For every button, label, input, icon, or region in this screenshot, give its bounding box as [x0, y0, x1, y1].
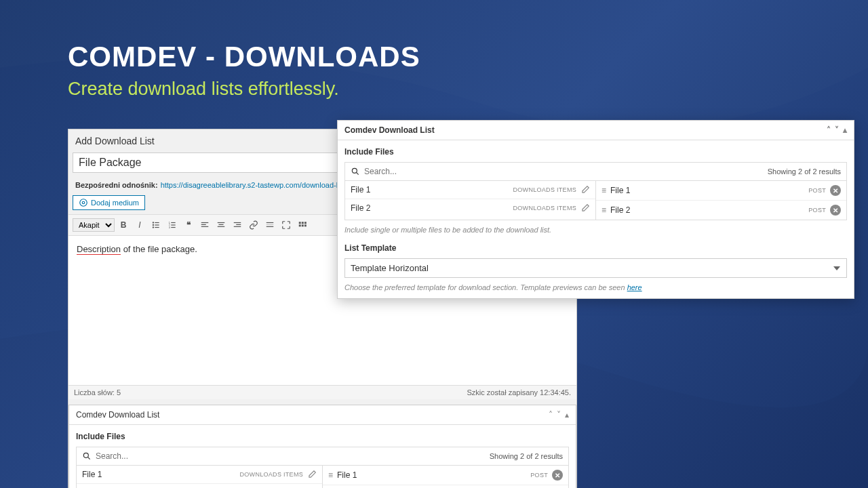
svg-rect-16 — [201, 226, 209, 227]
pencil-icon[interactable] — [307, 470, 317, 479]
svg-rect-29 — [299, 224, 301, 226]
svg-rect-25 — [267, 226, 274, 227]
template-preview-link[interactable]: here — [627, 283, 642, 291]
pencil-icon[interactable] — [580, 185, 590, 195]
fullscreen-button[interactable] — [279, 218, 294, 232]
add-media-button[interactable]: Dodaj medium — [73, 195, 145, 210]
align-right-button[interactable] — [230, 218, 245, 232]
align-left-icon — [200, 220, 210, 230]
list-template-label: List Template — [344, 243, 847, 253]
file-name: File 1 — [82, 470, 102, 479]
metabox-overlay: Comdev Download List ˄ ˅ ▴ Include Files… — [337, 120, 854, 299]
file-name: File 2 — [610, 205, 630, 215]
svg-rect-28 — [304, 222, 307, 224]
available-file-row[interactable]: File 1 DOWNLOADS ITEMS — [77, 466, 322, 484]
bold-button[interactable]: B — [116, 218, 131, 232]
search-icon — [351, 167, 360, 176]
svg-point-32 — [83, 453, 88, 458]
file-name: File 1 — [337, 470, 357, 480]
align-left-button[interactable] — [197, 218, 212, 232]
available-file-row[interactable]: File 1 DOWNLOADS ITEMS — [345, 181, 595, 199]
remove-icon[interactable]: ✕ — [830, 205, 841, 216]
remove-icon[interactable]: ✕ — [552, 470, 563, 481]
search-input[interactable] — [96, 451, 490, 461]
svg-rect-17 — [218, 222, 225, 223]
svg-rect-24 — [267, 224, 274, 225]
selected-file-row[interactable]: ≡File 1 POST✕ — [596, 181, 846, 201]
pencil-icon[interactable] — [580, 203, 590, 213]
remove-icon[interactable]: ✕ — [830, 185, 841, 196]
editor-text-underlined: Description — [77, 244, 121, 255]
drag-icon[interactable]: ≡ — [328, 470, 333, 480]
svg-rect-21 — [236, 224, 241, 225]
link-button[interactable] — [246, 218, 261, 232]
drag-icon[interactable]: ≡ — [601, 186, 606, 195]
available-file-row[interactable]: File 2 DOWNLOADS ITEMS — [345, 199, 595, 217]
numbered-list-button[interactable]: 123 — [165, 218, 180, 232]
drag-icon[interactable]: ≡ — [601, 205, 606, 215]
bullet-list-button[interactable] — [149, 218, 163, 232]
svg-point-34 — [352, 168, 357, 173]
include-files-label: Include Files — [344, 147, 847, 157]
chevron-up-icon[interactable]: ˄ — [549, 410, 553, 420]
selected-file-row[interactable]: ≡File 1 POST✕ — [323, 466, 568, 485]
svg-rect-22 — [234, 226, 241, 227]
include-hint: Include single or multiple files to be a… — [344, 226, 847, 234]
chevron-down-icon[interactable]: ˅ — [557, 410, 561, 420]
svg-point-2 — [153, 222, 154, 223]
fullscreen-icon — [281, 220, 291, 230]
svg-line-35 — [356, 172, 358, 174]
available-file-row[interactable]: File 2 DOWNLOADS ITEMS — [77, 484, 322, 488]
svg-point-4 — [153, 224, 154, 226]
svg-rect-10 — [171, 227, 175, 228]
selected-files-column: ≡File 1 POST✕ ≡File 2 POST✕ — [323, 466, 568, 488]
svg-rect-14 — [201, 222, 209, 223]
align-center-icon — [216, 220, 226, 230]
chevron-down-icon[interactable]: ˅ — [835, 125, 839, 135]
add-media-label: Dodaj medium — [91, 199, 139, 207]
template-select[interactable]: Template Horizontal — [344, 258, 847, 278]
file-badge: DOWNLOADS ITEMS — [513, 186, 576, 193]
align-center-button[interactable] — [214, 218, 229, 232]
svg-rect-7 — [155, 227, 159, 228]
search-icon — [82, 451, 92, 461]
svg-rect-30 — [302, 224, 304, 226]
permalink-label: Bezpośredni odnośnik: — [75, 181, 158, 189]
svg-rect-26 — [299, 222, 301, 224]
italic-button[interactable]: I — [132, 218, 147, 232]
available-files-column: File 1 DOWNLOADS ITEMS File 2 DOWNLOADS … — [77, 466, 323, 488]
svg-rect-31 — [304, 224, 307, 226]
file-name: File 2 — [351, 203, 370, 213]
svg-text:3: 3 — [169, 226, 170, 229]
svg-point-0 — [80, 199, 87, 207]
quote-button[interactable]: ❝ — [181, 218, 196, 232]
editor-text-rest: of the file package. — [121, 244, 197, 254]
numbered-list-icon: 123 — [167, 220, 177, 230]
results-count: Showing 2 of 2 results — [490, 452, 563, 460]
svg-rect-20 — [234, 222, 241, 223]
more-button[interactable] — [262, 218, 277, 232]
selected-file-row[interactable]: ≡File 2 POST✕ — [323, 485, 568, 488]
selected-files-column: ≡File 1 POST✕ ≡File 2 POST✕ — [596, 181, 846, 220]
svg-rect-23 — [267, 222, 274, 223]
available-files-column: File 1 DOWNLOADS ITEMS File 2 DOWNLOADS … — [345, 181, 596, 220]
toolbar-toggle-icon — [298, 220, 307, 230]
search-input[interactable] — [364, 167, 768, 176]
file-badge: POST — [530, 472, 548, 479]
svg-point-6 — [153, 226, 154, 228]
collapse-icon[interactable]: ▴ — [565, 410, 569, 420]
chevron-up-icon[interactable]: ˄ — [827, 125, 831, 135]
align-right-icon — [233, 220, 242, 230]
read-more-icon — [265, 220, 275, 230]
collapse-icon[interactable]: ▴ — [843, 125, 847, 135]
media-icon — [79, 198, 88, 207]
svg-rect-8 — [171, 222, 175, 223]
svg-point-1 — [82, 201, 85, 204]
svg-rect-5 — [155, 224, 159, 225]
metabox-lower: Comdev Download List ˄ ˅ ▴ Include Files… — [68, 405, 576, 488]
toolbar-toggle-button[interactable] — [295, 218, 310, 232]
format-select[interactable]: Akapit — [73, 218, 115, 232]
selected-file-row[interactable]: ≡File 2 POST✕ — [596, 201, 846, 220]
metabox-title: Comdev Download List — [344, 125, 435, 135]
svg-line-33 — [87, 457, 90, 459]
